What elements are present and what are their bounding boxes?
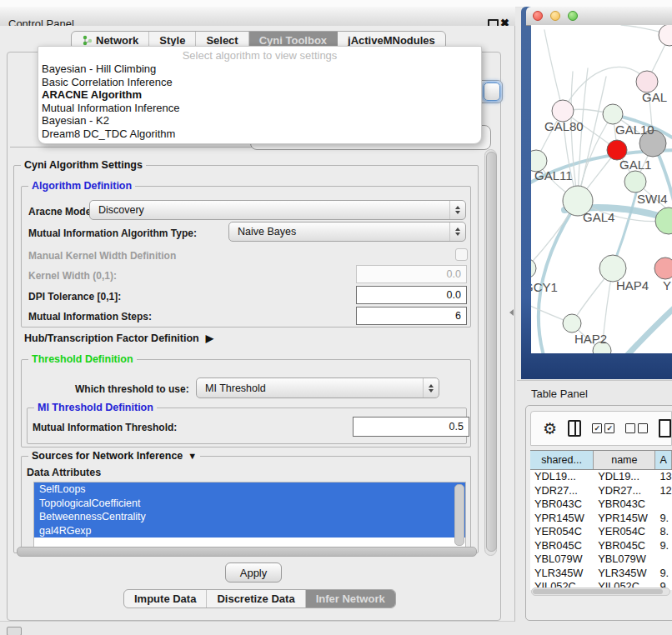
tab-impute-data[interactable]: Impute Data	[124, 590, 207, 608]
algorithm-dropdown-list: Select algorithm to view settings Bayesi…	[38, 46, 482, 144]
combo-stepper-icon[interactable]	[449, 201, 465, 219]
tab-label: jActiveMNodules	[348, 34, 435, 47]
table-cell: YDR27...	[594, 484, 655, 498]
column-header-name[interactable]: name	[594, 451, 655, 469]
close-traffic-light-icon[interactable]	[533, 11, 543, 21]
algorithm-option-aracne-algorithm[interactable]: ARACNE Algorithm	[38, 88, 481, 102]
hub-definition-toggle[interactable]: Hub/Transcription Factor Definition ▶	[24, 332, 213, 344]
algorithm-option-mutual-information-inference[interactable]: Mutual Information Inference	[38, 102, 481, 115]
mi-type-combo[interactable]: Naive Bayes	[228, 222, 466, 242]
node-label-gcy1: GCY1	[531, 280, 558, 294]
minimized-panel-icon[interactable]	[7, 627, 22, 635]
combo-focus-stepper[interactable]	[484, 82, 500, 101]
table-row[interactable]: YBR045CYBR045C9.	[530, 539, 672, 553]
algorithm-option-bayesian-k2[interactable]: Bayesian - K2	[38, 114, 481, 128]
sources-group-title-row[interactable]: Sources for Network Inference ▼	[28, 450, 200, 462]
attribute-item-selfloops[interactable]: SelfLoops	[34, 482, 465, 497]
attribute-item-gal4rgexp[interactable]: gal4RGexp	[34, 524, 465, 538]
node-label-gal: GAL	[642, 90, 667, 104]
node-table: shared...nameA YDL19...YDL19...13YDR27..…	[530, 450, 672, 590]
list-scrollbar[interactable]	[454, 484, 464, 546]
collapse-arrow-down-icon[interactable]: ▼	[188, 451, 197, 461]
mi-steps-field[interactable]: 6	[356, 307, 467, 325]
data-attributes-list[interactable]: SelfLoopsTopologicalCoefficientBetweenne…	[33, 482, 466, 548]
network-node-y[interactable]	[654, 258, 672, 279]
table-row[interactable]: YBL079WYBL079W	[530, 552, 672, 567]
table-cell: YPR145W	[594, 512, 655, 526]
network-node[interactable]	[655, 208, 672, 234]
column-header-shared[interactable]: shared...	[530, 451, 594, 469]
column-browser-icon[interactable]	[568, 420, 581, 437]
table-cell: YER054C	[594, 525, 655, 539]
network-node-gcy1[interactable]	[531, 258, 536, 278]
table-cell: 13	[655, 470, 672, 484]
network-node[interactable]	[659, 25, 672, 46]
panel-divider-handle[interactable]	[509, 309, 514, 316]
attribute-item-topologicalcoefficient[interactable]: TopologicalCoefficient	[34, 497, 465, 511]
node-label-hap4: HAP4	[616, 278, 649, 292]
control-panel-titlebar: Control Panel ✖	[0, 7, 515, 27]
table-row[interactable]: YPR145WYPR145W9.	[530, 512, 672, 526]
algorithm-option-bayesian-hill-climbing[interactable]: Bayesian - Hill Climbing	[38, 62, 481, 76]
network-node-hap2[interactable]	[563, 314, 581, 332]
unselect-all-columns-icon[interactable]	[625, 423, 648, 433]
which-threshold-combo[interactable]: MI Threshold	[196, 378, 439, 398]
table-cell: YBR045C	[530, 539, 594, 553]
settings-horizontal-scrollbar[interactable]	[17, 547, 477, 557]
mi-type-label: Mutual Information Algorithm Type:	[28, 228, 197, 239]
network-node-swi4[interactable]	[624, 171, 646, 192]
algorithm-definition-title: Algorithm Definition	[28, 180, 135, 192]
minimize-traffic-light-icon[interactable]	[550, 11, 560, 21]
settings-vertical-scrollbar[interactable]	[484, 149, 497, 556]
zoom-traffic-light-icon[interactable]	[568, 11, 578, 21]
algorithm-option-dream8-dc-tdc-algorithm[interactable]: Dream8 DC_TDC Algorithm	[38, 128, 481, 141]
mi-threshold-label: Mutual Information Threshold:	[33, 422, 177, 433]
table-cell: YBR045C	[594, 539, 655, 553]
dpi-tolerance-value: 0.0	[447, 289, 461, 301]
mi-threshold-field[interactable]: 0.5	[353, 417, 469, 437]
table-body: YDL19...YDL19...13YDR27...YDR27...12YBR0…	[530, 470, 672, 590]
table-cell: YBR043C	[594, 498, 655, 512]
dropdown-placeholder: Select algorithm to view settings	[38, 48, 481, 62]
apply-button[interactable]: Apply	[225, 562, 282, 582]
attribute-item-betweennesscentrality[interactable]: BetweennessCentrality	[34, 510, 465, 524]
gear-icon[interactable]: ⚙	[543, 421, 557, 437]
combo-stepper-icon[interactable]	[423, 378, 439, 398]
table-row[interactable]: YLR345WYLR345W9.	[530, 567, 672, 581]
table-cell: YBL079W	[530, 552, 594, 567]
collapse-arrow-right-icon[interactable]: ▶	[206, 332, 213, 344]
table-row[interactable]: YBR043CYBR043C	[530, 498, 672, 512]
aracne-mode-combo[interactable]: Discovery	[89, 200, 466, 220]
table-cell	[655, 498, 672, 512]
checked-box-icon: ✓	[592, 423, 602, 433]
combo-stepper-icon[interactable]	[449, 222, 465, 241]
table-row[interactable]: YDL19...YDL19...13	[530, 470, 672, 484]
mi-threshold-group-title: MI Threshold Definition	[34, 402, 157, 413]
tab-infer-network[interactable]: Infer Network	[306, 590, 395, 608]
export-table-icon[interactable]	[659, 419, 671, 438]
tab-discretize-data[interactable]: Discretize Data	[207, 590, 305, 608]
node-label-gal1: GAL1	[619, 158, 651, 172]
mi-threshold-group: MI Threshold Definition Mutual Informati…	[27, 408, 467, 444]
kernel-width-field[interactable]: 0.0	[356, 265, 467, 283]
mi-threshold-value: 0.5	[449, 421, 464, 432]
algorithm-option-basic-correlation-inference[interactable]: Basic Correlation Inference	[38, 76, 481, 89]
table-cell: YDR27...	[530, 484, 594, 498]
network-node-gal10[interactable]	[603, 104, 623, 124]
mi-steps-value: 6	[455, 310, 461, 322]
table-horizontal-scrollbar[interactable]	[531, 588, 670, 596]
dpi-tolerance-field[interactable]: 0.0	[356, 286, 467, 304]
tab-label: Select	[206, 34, 238, 47]
manual-kernel-checkbox[interactable]	[455, 248, 468, 261]
network-canvas[interactable]: GALGAL80GAL10GAL1GAL11SWI4GAL4HAP4YGCY1H…	[531, 25, 672, 353]
scrollbar-thumb[interactable]	[533, 589, 663, 594]
table-row[interactable]: YER054CYER054C8.	[530, 525, 672, 539]
which-threshold-label: Which threshold to use:	[75, 383, 189, 395]
table-row[interactable]: YDR27...YDR27...12	[530, 484, 672, 498]
network-window-titlebar[interactable]	[526, 7, 672, 26]
column-header-a[interactable]: A	[655, 451, 672, 469]
scrollbar-thumb[interactable]	[486, 152, 497, 552]
table-panel-title: Table Panel	[531, 388, 588, 400]
network-edge	[563, 67, 647, 111]
select-all-columns-icon[interactable]: ✓✓	[592, 423, 614, 433]
